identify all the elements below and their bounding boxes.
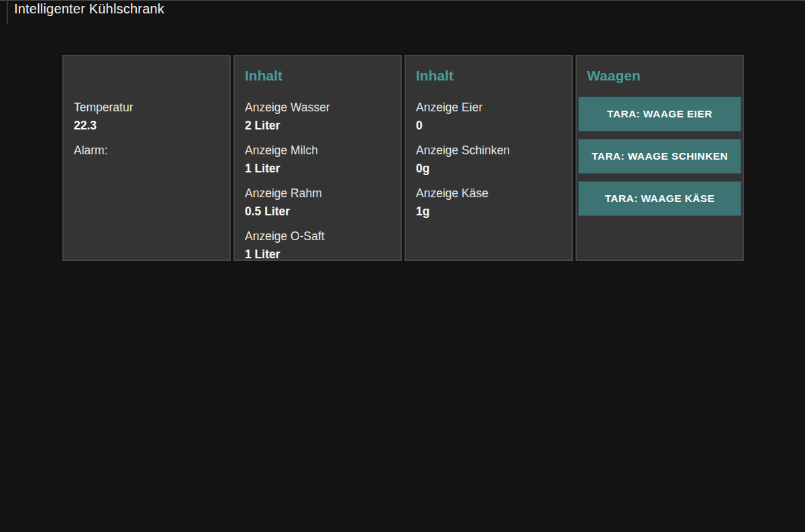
metric-schinken-value: 0g: [416, 160, 561, 178]
metric-osaft-value: 1 Liter: [245, 246, 390, 261]
metric-kaese-label: Anzeige Käse: [416, 184, 561, 203]
metric-kaese: Anzeige Käse 1g: [416, 184, 561, 221]
window-top-border: [0, 0, 805, 1]
panel-inhalt-liquids-header: Inhalt: [245, 67, 390, 85]
metric-wasser-value: 2 Liter: [245, 117, 390, 135]
metric-alarm-value: [74, 160, 219, 178]
metric-wasser: Anzeige Wasser 2 Liter: [245, 99, 390, 135]
tara-waage-eier-button[interactable]: TARA: WAAGE EIER: [578, 97, 741, 131]
metric-alarm: Alarm:: [74, 142, 219, 178]
metric-osaft: Anzeige O-Saft 1 Liter: [245, 227, 390, 261]
title-caret-line: [7, 0, 8, 24]
metric-eier-label: Anzeige Eier: [416, 99, 561, 117]
metric-rahm: Anzeige Rahm 0.5 Liter: [245, 184, 390, 221]
panel-inhalt-liquids: Inhalt Anzeige Wasser 2 Liter Anzeige Mi…: [233, 55, 402, 261]
metric-milch: Anzeige Milch 1 Liter: [245, 142, 390, 178]
metric-milch-label: Anzeige Milch: [245, 142, 390, 160]
metric-milch-value: 1 Liter: [245, 160, 390, 178]
metric-schinken-label: Anzeige Schinken: [416, 142, 561, 160]
metric-wasser-label: Anzeige Wasser: [245, 99, 390, 117]
metric-temperature-label: Temperatur: [74, 99, 219, 117]
metric-rahm-label: Anzeige Rahm: [245, 184, 390, 203]
panel-waagen: Waagen TARA: WAAGE EIER TARA: WAAGE SCHI…: [576, 55, 744, 261]
metric-eier: Anzeige Eier 0: [416, 99, 561, 135]
tara-waage-schinken-button[interactable]: TARA: WAAGE SCHINKEN: [578, 139, 741, 174]
metric-eier-value: 0: [416, 117, 561, 135]
panel-inhalt-goods: Inhalt Anzeige Eier 0 Anzeige Schinken 0…: [405, 55, 573, 261]
metric-osaft-label: Anzeige O-Saft: [245, 227, 390, 246]
metric-rahm-value: 0.5 Liter: [245, 203, 390, 221]
tara-waage-kaese-button[interactable]: TARA: WAAGE KÄSE: [578, 181, 741, 216]
panel-waagen-header: Waagen: [587, 67, 741, 85]
panel-status-header: [74, 67, 219, 85]
metric-kaese-value: 1g: [416, 203, 561, 221]
metric-schinken: Anzeige Schinken 0g: [416, 142, 561, 178]
panel-inhalt-goods-header: Inhalt: [416, 67, 561, 85]
metric-temperature: Temperatur 22.3: [74, 99, 219, 135]
metric-temperature-value: 22.3: [74, 117, 219, 135]
tara-buttons-group: TARA: WAAGE EIER TARA: WAAGE SCHINKEN TA…: [578, 97, 741, 216]
panels-container: Temperatur 22.3 Alarm: Inhalt Anzeige Wa…: [62, 55, 744, 261]
panel-status: Temperatur 22.3 Alarm:: [62, 55, 231, 261]
page-title: Intelligenter Kühlschrank: [14, 1, 164, 17]
metric-alarm-label: Alarm:: [74, 142, 219, 160]
